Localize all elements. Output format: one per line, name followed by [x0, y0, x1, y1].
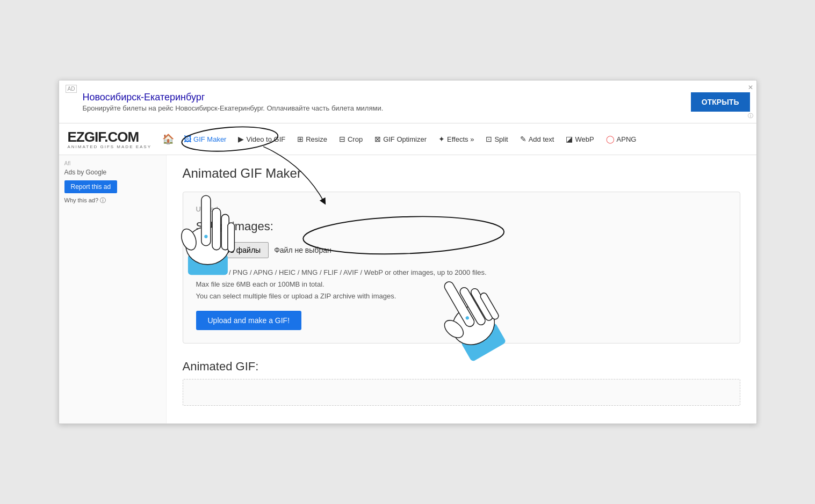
nav-item-video-to-gif[interactable]: ▶ Video to GIF	[233, 132, 291, 146]
nav-label-split: Split	[494, 135, 508, 143]
select-images-title: Select images:	[196, 220, 727, 233]
ad-label: AD	[66, 85, 77, 93]
no-file-selected: Файл не выбран	[274, 246, 331, 254]
ad-title: Новосибирск-Екатеринбург	[82, 92, 680, 103]
nav-label-gif-maker: GIF Maker	[193, 135, 226, 143]
apng-icon: ◯	[606, 135, 615, 143]
nav-item-add-text[interactable]: ✎ Add text	[515, 132, 560, 146]
nav-label-add-text: Add text	[529, 135, 554, 143]
sidebar-ads-by: Ads by Google	[64, 169, 161, 176]
nav-label-video-to-gif: Video to GIF	[246, 135, 285, 143]
ad-close-icon[interactable]: ✕	[748, 84, 753, 91]
video-to-gif-icon: ▶	[238, 135, 244, 143]
nav-menu: 🖼 GIF Maker ▶ Video to GIF ⊞ Resize ⊟ Cr…	[178, 132, 747, 146]
report-ad-button[interactable]: Report this ad	[64, 180, 118, 193]
nav-label-apng: APNG	[617, 135, 637, 143]
logo-tagline: ANIMATED GIFS MADE EASY	[68, 144, 152, 149]
main-content: Animated GIF Maker Upload Select images:…	[167, 155, 756, 423]
nav-item-apng[interactable]: ◯ APNG	[601, 132, 642, 146]
gif-maker-icon: 🖼	[184, 135, 191, 143]
nav-item-resize[interactable]: ⊞ Resize	[292, 132, 333, 146]
add-text-icon: ✎	[520, 135, 526, 143]
file-types-text: GIF / JPG / PNG / APNG / HEIC / MNG / FL…	[196, 268, 487, 276]
why-this-ad[interactable]: Why this ad? ⓘ	[64, 196, 161, 204]
animated-gif-label: Animated GIF:	[183, 360, 740, 374]
nav-label-crop: Crop	[348, 135, 363, 143]
nav-item-crop[interactable]: ⊟ Crop	[334, 132, 368, 146]
site-header: EZGIF.COM ANIMATED GIFS MADE EASY 🏠 🖼 GI…	[59, 123, 756, 155]
multiple-select-text: You can select multiple files or upload …	[196, 292, 396, 300]
resize-icon: ⊞	[297, 135, 304, 143]
webp-icon: ◪	[566, 135, 573, 143]
page-title: Animated GIF Maker	[183, 166, 740, 181]
logo-area: EZGIF.COM ANIMATED GIFS MADE EASY	[68, 129, 152, 149]
split-icon: ⊡	[486, 135, 492, 143]
ad-description: Бронируйте билеты на рейс Новосибирск-Ек…	[82, 104, 680, 112]
nav-label-effects: Effects »	[447, 135, 474, 143]
nav-item-effects[interactable]: ✦ Effects »	[433, 132, 479, 146]
ad-banner: AD Новосибирск-Екатеринбург Бронируйте б…	[59, 81, 756, 123]
choose-files-button[interactable]: Выбрать файлы	[196, 242, 269, 258]
max-size-text: Max file size 6MB each or 100MB in total…	[196, 280, 324, 288]
nav-label-gif-optimizer: GIF Optimizer	[383, 135, 427, 143]
logo-text: EZGIF.COM	[68, 129, 139, 145]
nav-label-resize: Resize	[306, 135, 327, 143]
file-input-row: Выбрать файлы Файл не выбран	[196, 242, 727, 258]
gif-output-box	[183, 379, 740, 406]
nav-label-webp: WebP	[575, 135, 594, 143]
upload-label: Upload	[196, 205, 727, 213]
nav-item-gif-maker[interactable]: 🖼 GIF Maker	[178, 132, 232, 146]
nav-item-webp[interactable]: ◪ WebP	[560, 132, 599, 146]
upload-make-gif-button[interactable]: Upload and make a GIF!	[196, 311, 302, 330]
crop-icon: ⊟	[339, 135, 345, 143]
gif-optimizer-icon: ⊠	[374, 135, 381, 143]
ad-info-icon[interactable]: ⓘ	[748, 112, 753, 120]
left-sidebar: Afl Ads by Google Report this ad Why thi…	[59, 155, 167, 423]
home-icon[interactable]: 🏠	[162, 133, 174, 145]
file-types-info: GIF / JPG / PNG / APNG / HEIC / MNG / FL…	[196, 267, 727, 302]
effects-icon: ✦	[438, 135, 445, 143]
nav-item-gif-optimizer[interactable]: ⊠ GIF Optimizer	[369, 132, 432, 146]
nav-item-split[interactable]: ⊡ Split	[480, 132, 513, 146]
ad-content: Новосибирск-Екатеринбург Бронируйте биле…	[82, 92, 680, 112]
upload-section: Upload Select images: Выбрать файлы Файл…	[183, 192, 740, 344]
sidebar-ad-label: Afl	[64, 160, 161, 166]
main-layout: Afl Ads by Google Report this ad Why thi…	[59, 155, 756, 423]
animated-gif-section: Animated GIF:	[183, 360, 740, 406]
ad-open-button[interactable]: ОТКРЫТЬ	[691, 92, 750, 112]
